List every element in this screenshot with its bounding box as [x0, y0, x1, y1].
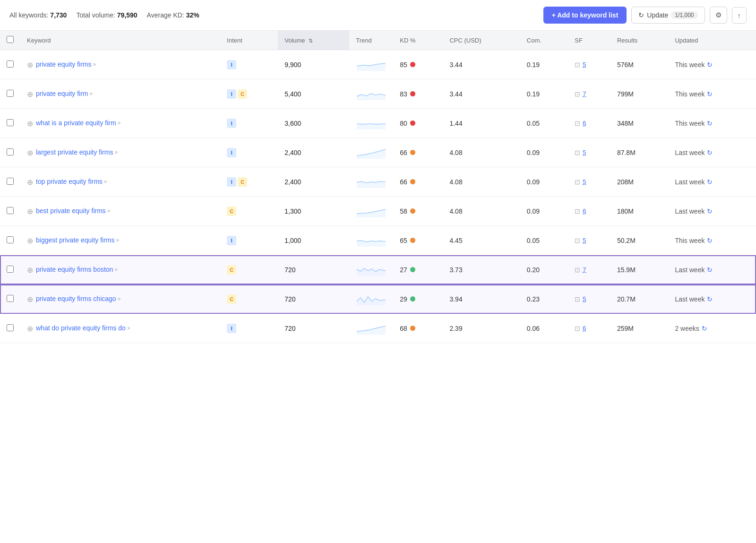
- all-keywords-label: All keywords:: [9, 11, 48, 19]
- update-count: 1/1,000: [671, 11, 697, 19]
- sort-icon: ⇅: [309, 38, 313, 43]
- update-button[interactable]: ↻ Update 1/1,000: [631, 7, 704, 24]
- sf-number[interactable]: 5: [583, 295, 586, 302]
- updated-cell: Last week ↻: [668, 255, 756, 284]
- keyword-expand-icon[interactable]: »: [118, 120, 121, 126]
- sf-cell: ⊡ 5: [568, 226, 610, 255]
- kd-dot: [410, 267, 415, 272]
- keyword-link[interactable]: private equity firms boston: [36, 265, 113, 275]
- keyword-link[interactable]: private equity firms: [36, 60, 91, 69]
- sf-number[interactable]: 7: [583, 90, 586, 97]
- keyword-expand-icon[interactable]: »: [114, 266, 118, 273]
- add-to-keyword-list-button[interactable]: + Add to keyword list: [543, 7, 627, 24]
- refresh-icon[interactable]: ↻: [707, 61, 713, 69]
- refresh-icon[interactable]: ↻: [707, 178, 713, 186]
- col-header-sf: SF: [568, 31, 610, 50]
- refresh-icon[interactable]: ↻: [707, 90, 713, 98]
- keyword-expand-icon[interactable]: »: [104, 178, 107, 185]
- refresh-icon[interactable]: ↻: [707, 207, 713, 215]
- sf-number[interactable]: 6: [583, 207, 586, 215]
- keyword-link[interactable]: biggest private equity firms: [36, 236, 115, 245]
- refresh-icon[interactable]: ↻: [707, 237, 713, 244]
- table-row: ⊕ private equity firms chicago » C 720 2…: [0, 284, 756, 314]
- add-keyword-icon[interactable]: ⊕: [27, 236, 33, 245]
- col-header-volume[interactable]: Volume ⇅: [278, 31, 349, 50]
- row-checkbox[interactable]: [7, 60, 14, 68]
- sf-number[interactable]: 6: [583, 325, 586, 332]
- total-volume-label: Total volume:: [76, 11, 115, 19]
- keyword-link[interactable]: private equity firms chicago: [36, 294, 116, 304]
- sf-serp-icon: ⊡: [575, 266, 580, 274]
- kd-value: 80: [400, 120, 407, 127]
- intent-badge-i: I: [227, 177, 236, 187]
- com-cell: 0.23: [520, 284, 568, 314]
- com-cell: 0.20: [520, 255, 568, 284]
- intent-badge-i: I: [227, 60, 236, 69]
- table-row: ⊕ private equity firms boston » C 720 27: [0, 255, 756, 284]
- refresh-icon[interactable]: ↻: [707, 149, 713, 156]
- keyword-cell: ⊕ biggest private equity firms »: [20, 226, 220, 255]
- com-cell: 0.09: [520, 167, 568, 197]
- table-row: ⊕ biggest private equity firms » I 1,000…: [0, 226, 756, 255]
- updated-cell: Last week ↻: [668, 284, 756, 314]
- sf-number[interactable]: 6: [583, 120, 586, 127]
- keyword-expand-icon[interactable]: »: [118, 295, 121, 302]
- refresh-icon[interactable]: ↻: [707, 295, 713, 303]
- keyword-expand-icon[interactable]: »: [127, 325, 130, 331]
- row-checkbox[interactable]: [7, 207, 14, 214]
- keyword-expand-icon[interactable]: »: [107, 207, 111, 214]
- refresh-icon[interactable]: ↻: [707, 266, 713, 274]
- add-keyword-icon[interactable]: ⊕: [27, 90, 33, 99]
- intent-badge-i: I: [227, 89, 236, 99]
- updated-cell: Last week ↻: [668, 138, 756, 167]
- add-keyword-icon[interactable]: ⊕: [27, 148, 33, 157]
- row-checkbox-cell: [0, 167, 20, 197]
- row-checkbox[interactable]: [7, 178, 14, 185]
- add-keyword-icon[interactable]: ⊕: [27, 119, 33, 128]
- add-keyword-icon[interactable]: ⊕: [27, 207, 33, 216]
- add-keyword-icon[interactable]: ⊕: [27, 266, 33, 275]
- row-checkbox-cell: [0, 109, 20, 138]
- settings-button[interactable]: ⚙: [710, 7, 727, 24]
- keyword-cell: ⊕ private equity firms boston »: [20, 255, 220, 284]
- keyword-link[interactable]: largest private equity firms: [36, 148, 113, 157]
- keyword-expand-icon[interactable]: »: [89, 90, 93, 97]
- row-checkbox[interactable]: [7, 295, 14, 302]
- row-checkbox[interactable]: [7, 236, 14, 243]
- row-checkbox[interactable]: [7, 119, 14, 126]
- refresh-icon[interactable]: ↻: [702, 325, 707, 332]
- keyword-link[interactable]: private equity firm: [36, 89, 88, 99]
- select-all-checkbox[interactable]: [7, 36, 14, 43]
- kd-dot: [410, 62, 415, 67]
- sf-cell: ⊡ 6: [568, 109, 610, 138]
- row-checkbox[interactable]: [7, 148, 14, 155]
- volume-cell: 1,300: [278, 197, 349, 226]
- keyword-expand-icon[interactable]: »: [114, 149, 118, 155]
- sf-number[interactable]: 5: [583, 61, 586, 68]
- sf-number[interactable]: 7: [583, 266, 586, 273]
- keyword-link[interactable]: what is a private equity firm: [36, 119, 116, 128]
- refresh-icon[interactable]: ↻: [707, 120, 713, 127]
- col-header-kd: KD %: [393, 31, 443, 50]
- add-keyword-icon[interactable]: ⊕: [27, 60, 33, 69]
- sf-number[interactable]: 5: [583, 237, 586, 244]
- add-keyword-icon[interactable]: ⊕: [27, 324, 33, 333]
- row-checkbox[interactable]: [7, 266, 14, 273]
- kd-value: 29: [400, 295, 407, 303]
- trend-cell: [349, 50, 393, 79]
- col-header-intent: Intent: [220, 31, 278, 50]
- row-checkbox[interactable]: [7, 324, 14, 331]
- keyword-link[interactable]: best private equity firms: [36, 207, 106, 216]
- sf-number[interactable]: 5: [583, 149, 586, 156]
- keyword-link[interactable]: top private equity firms: [36, 177, 103, 187]
- kd-dot: [410, 150, 415, 155]
- row-checkbox[interactable]: [7, 90, 14, 97]
- sf-number[interactable]: 5: [583, 178, 586, 185]
- keyword-expand-icon[interactable]: »: [116, 237, 120, 243]
- add-keyword-icon[interactable]: ⊕: [27, 178, 33, 187]
- keyword-link[interactable]: what do private equity firms do: [36, 324, 126, 333]
- kd-value: 85: [400, 61, 407, 69]
- add-keyword-icon[interactable]: ⊕: [27, 295, 33, 304]
- keyword-expand-icon[interactable]: »: [93, 61, 96, 68]
- export-button[interactable]: ↑: [732, 7, 747, 24]
